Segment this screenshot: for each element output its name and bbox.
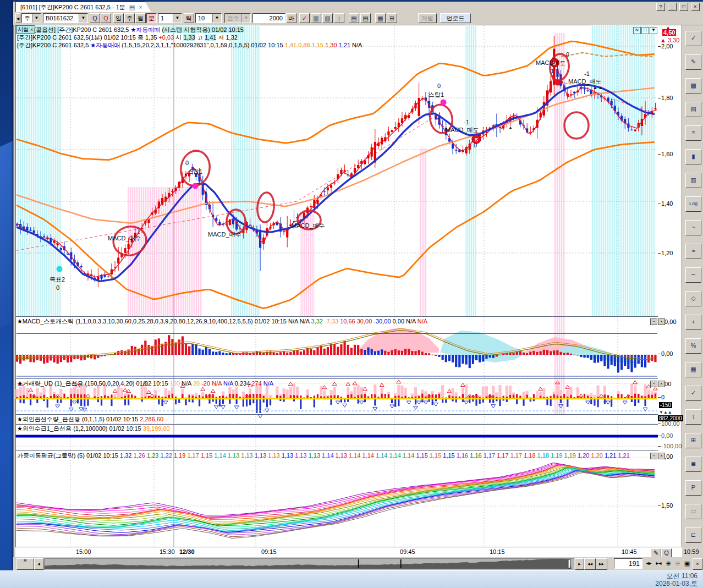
pane-control-button[interactable]: □: [641, 27, 649, 34]
ma-line-icon[interactable]: ~: [685, 220, 701, 235]
strategy-tab[interactable]: 시험 ×: [16, 25, 35, 34]
signal-icon[interactable]: ✓: [685, 31, 701, 46]
printer-icon[interactable]: ▤: [129, 4, 135, 10]
upload-button[interactable]: 업로드: [440, 13, 471, 23]
net-ma-value: 1,18: [537, 452, 551, 459]
chart-scrollbar[interactable]: ≡ ◂ ▸ ◂◂ ▸▸ 191 ◂▸ ▸◂ ⊕ ⊖ ▣ ×: [13, 557, 703, 570]
minimize-button[interactable]: _: [668, 3, 677, 11]
grid-table-icon[interactable]: ⊞: [685, 433, 701, 448]
count-combo: ▼건수: [224, 13, 251, 23]
chart-canvas[interactable]: SS▲▲▲▲MACD_매수0스탑1MACD_매수MACD_매수목표200스탑1-…: [15, 25, 658, 547]
frame-icon[interactable]: ⊏: [685, 527, 701, 543]
panel-minimize-close[interactable]: −×: [650, 452, 665, 459]
chart-header-line2: [주간]KP200 C 2601 632,5(1분) 01/02 10:15 종…: [17, 34, 238, 42]
net-header-prefix: 가중이동평균(그물망) (5) 01/02 10:15: [17, 452, 120, 459]
compare-icon[interactable]: ◇: [685, 291, 701, 306]
code-combo[interactable]: ▼B0161632: [43, 13, 88, 23]
bar-chart-icon[interactable]: ▥: [322, 13, 333, 23]
candle-chart-icon[interactable]: ▮: [685, 149, 701, 164]
line-chart-icon[interactable]: ∼: [685, 267, 701, 283]
fit-screen-icon[interactable]: ▣: [683, 558, 691, 569]
net-ma-value: 1,13: [228, 452, 241, 459]
fast-forward-icon[interactable]: ▸▸: [596, 558, 607, 570]
time-label: 10:45: [622, 548, 637, 555]
minute-button[interactable]: 분: [146, 13, 157, 23]
settings-icon[interactable]: ✎: [685, 54, 701, 70]
week-button[interactable]: 주: [124, 13, 135, 23]
grid-icon[interactable]: ⊞: [387, 13, 397, 23]
period-combo[interactable]: ▼주: [21, 13, 41, 23]
add-indicator-icon[interactable]: +: [685, 315, 701, 330]
header-segment: N/A: [263, 380, 273, 387]
envelope-icon[interactable]: ≈: [685, 244, 701, 259]
taskbar[interactable]: 오전 11:06 2026-01-03,토: [0, 570, 703, 588]
layers-icon[interactable]: ≣: [685, 457, 701, 472]
toolbar-scroll-left-icon[interactable]: ◂: [15, 13, 20, 23]
splitter-grip[interactable]: ≡: [17, 558, 34, 570]
sort-icon[interactable]: ↕: [685, 409, 701, 425]
header-segment: [주간]KP200 C 2601 632,5(1분) 01/02 10:15 종…: [17, 34, 158, 41]
bar-count-input[interactable]: 2000: [252, 13, 285, 23]
rewind-icon[interactable]: ◂◂: [584, 558, 596, 570]
header-segment: ★자동매매: [130, 26, 162, 33]
maximize-button[interactable]: □: [679, 3, 688, 11]
bar-button[interactable]: 바: [286, 13, 296, 23]
sort-updown-icon[interactable]: ↕: [334, 13, 344, 23]
search-icon[interactable]: Q: [90, 13, 100, 23]
clock-time: 오전 11:06: [655, 572, 697, 580]
check-icon[interactable]: ✓: [685, 386, 701, 401]
tab-close-icon[interactable]: ×: [139, 4, 142, 10]
volume-chart-icon[interactable]: ▥: [311, 13, 321, 23]
doc-new-icon[interactable]: ▤: [349, 13, 359, 23]
shrink-range-icon[interactable]: ▸◂: [654, 558, 663, 569]
net-ma-value: 1,19: [174, 452, 187, 459]
panel-minimize-close[interactable]: −×: [650, 317, 665, 325]
bar-type-icon[interactable]: ▥: [685, 173, 701, 188]
signal-dot: [57, 266, 63, 272]
pane-control-button[interactable]: ▼: [650, 27, 657, 34]
doc-chart-icon[interactable]: ▦: [375, 13, 386, 23]
panel-minimize-close[interactable]: −×: [650, 380, 665, 387]
window-title-tab[interactable]: [6101] [주간]KP200 C 2601 632,5 - 1분 ▤ ×: [15, 2, 152, 13]
strategy-tab-close-icon[interactable]: ×: [30, 27, 33, 32]
scrollbar-close-icon[interactable]: ×: [693, 558, 702, 570]
chevron-down-icon[interactable]: ▼: [173, 14, 182, 23]
doc-capture-icon[interactable]: ▤: [360, 13, 371, 23]
percent-scale-icon[interactable]: %: [685, 338, 701, 354]
day-button[interactable]: 일: [113, 13, 124, 23]
scroll-right-icon[interactable]: ▸: [575, 558, 584, 570]
chevron-down-icon[interactable]: ▼: [79, 14, 87, 23]
net-chart-icon[interactable]: ▩: [685, 78, 701, 94]
interval-combo[interactable]: ▼1: [158, 13, 182, 23]
title-bar[interactable]: [6101] [주간]KP200 C 2601 632,5 - 1분 ▤ × ?…: [13, 2, 703, 13]
chevron-down-icon[interactable]: ▼: [32, 14, 41, 23]
data-table-icon[interactable]: ▦: [685, 362, 701, 377]
bar-position-input[interactable]: 191: [614, 558, 642, 569]
help-button[interactable]: ?: [656, 3, 665, 11]
draw-pencil-icon[interactable]: ✎: [651, 548, 661, 558]
indicator-list-icon[interactable]: ≡: [685, 125, 701, 141]
net-ma-value: 1,17: [484, 452, 497, 459]
tick-count-combo[interactable]: ▼10: [195, 13, 222, 23]
chart-annotation: 스탑1: [429, 91, 444, 98]
signal-dot: [555, 80, 561, 86]
chart-annotation: -1: [584, 70, 590, 77]
header-segment: N/A: [212, 380, 223, 387]
scroll-left-icon[interactable]: ◂: [34, 558, 43, 570]
pane-control-button[interactable]: N: [633, 27, 641, 34]
close-button[interactable]: ×: [691, 3, 700, 11]
chevron-down-icon[interactable]: ▼: [212, 14, 221, 23]
print-icon[interactable]: ▤: [685, 102, 701, 117]
pattern-icon[interactable]: P: [685, 480, 701, 496]
expand-range-icon[interactable]: ◂▸: [644, 558, 653, 569]
log-scale-icon[interactable]: Log: [685, 196, 701, 212]
zoom-in-icon[interactable]: ⊕: [664, 558, 673, 569]
month-button[interactable]: 월: [135, 13, 146, 23]
tick-button[interactable]: 틱: [184, 13, 194, 23]
chart-navigator[interactable]: [44, 558, 574, 570]
net-ma-value: 1,14: [403, 452, 416, 459]
zoom-magnifier-icon[interactable]: Q: [661, 548, 672, 558]
search-auto-icon[interactable]: Q: [101, 13, 111, 23]
auto-signal-icon[interactable]: ✓: [299, 13, 310, 23]
chart-pane-controls[interactable]: N□▼: [633, 26, 657, 34]
